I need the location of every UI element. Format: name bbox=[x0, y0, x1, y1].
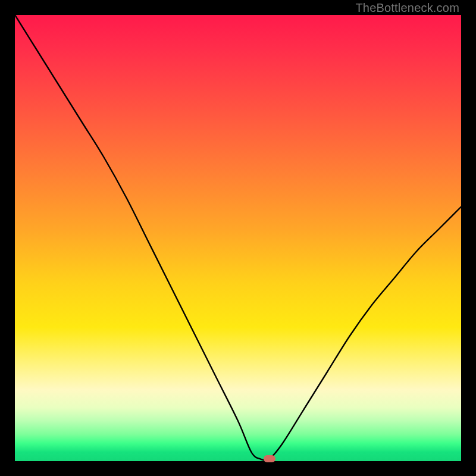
plot-area bbox=[15, 15, 461, 461]
chart-frame: TheBottleneck.com bbox=[0, 0, 476, 476]
watermark-label: TheBottleneck.com bbox=[355, 1, 459, 15]
bottleneck-curve bbox=[15, 15, 461, 461]
optimum-marker bbox=[264, 455, 275, 462]
